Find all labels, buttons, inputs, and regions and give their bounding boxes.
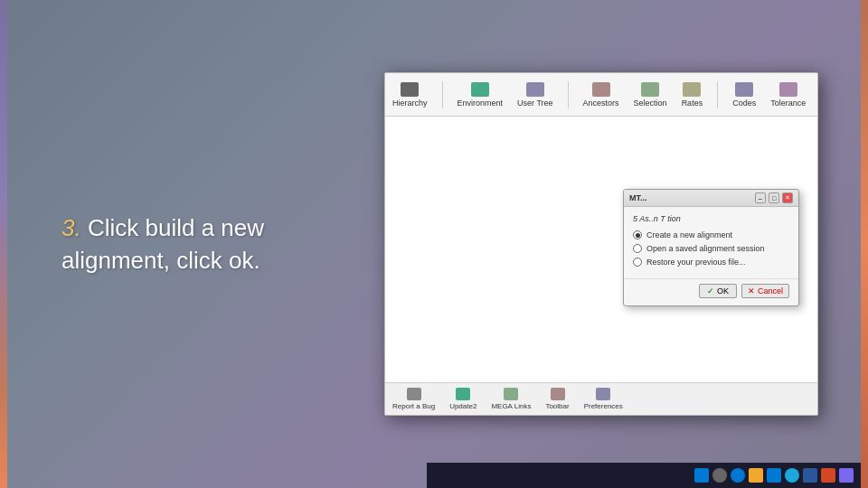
report-bug-label: Report a Bug — [392, 402, 435, 410]
ancestors-icon — [592, 82, 610, 97]
toolbar-ancestors[interactable]: Ancestors — [583, 82, 619, 108]
toolbar-rates[interactable]: Rates — [682, 82, 703, 108]
option-restore-label: Restore your previous file... — [646, 258, 746, 267]
toolbar-tolerance-label: Tolerance — [770, 99, 806, 108]
app-body: MT... – □ ✕ 5 As..n T tion Create a new … — [385, 117, 817, 382]
user-tree-icon — [526, 82, 544, 97]
toolbar-environment[interactable]: Environment — [458, 82, 504, 108]
update-label: Update2 — [449, 402, 476, 410]
mega-links-label: MEGA Links — [491, 402, 531, 410]
text-area: 3. Click build a new alignment, click ok… — [61, 211, 333, 277]
radio-restore[interactable] — [633, 258, 642, 267]
dialog-cancel-button[interactable]: ✕ Cancel — [741, 284, 789, 298]
status-mega-links[interactable]: MEGA Links — [491, 388, 531, 410]
cancel-label: Cancel — [758, 286, 783, 296]
toolbar-codes-label: Codes — [732, 99, 756, 108]
toolbar-user-tree-label: User Tree — [517, 99, 553, 108]
dialog-subtitle: 5 As..n T tion — [633, 214, 789, 223]
dialog-body: 5 As..n T tion Create a new alignment Op… — [624, 207, 798, 278]
status-report-bug[interactable]: Report a Bug — [392, 388, 435, 410]
radio-create-new[interactable] — [633, 230, 642, 239]
tolerance-icon — [779, 82, 797, 97]
dialog-option-1[interactable]: Create a new alignment — [633, 230, 789, 239]
toolbar-label: Toolbar — [545, 402, 569, 410]
toolbar-selection[interactable]: Selection — [634, 82, 667, 108]
dialog-close-button[interactable]: ✕ — [782, 192, 793, 203]
toolbar-ancestors-label: Ancestors — [583, 99, 619, 108]
right-accent — [861, 0, 868, 488]
toolbar-hierarchy[interactable]: Hierarchy — [392, 82, 428, 108]
step-body: Click build a new alignment, click ok. — [61, 214, 264, 274]
option-open-label: Open a saved alignment session — [646, 244, 765, 253]
toolbar-sep-1 — [442, 81, 443, 108]
ok-checkmark-icon: ✓ — [707, 286, 714, 296]
hierarchy-icon — [401, 82, 419, 97]
dialog-footer: ✓ OK ✕ Cancel — [624, 278, 798, 305]
mega-links-icon — [504, 388, 518, 400]
update-icon — [456, 388, 470, 400]
toolbar-sep-3 — [717, 81, 718, 108]
dialog-maximize-button[interactable]: □ — [769, 192, 779, 203]
toolbar-sep-2 — [568, 81, 569, 108]
toolbar-tolerance[interactable]: Tolerance — [770, 82, 806, 108]
toolbar-environment-label: Environment — [458, 99, 504, 108]
environment-icon — [471, 82, 489, 97]
cancel-x-icon: ✕ — [748, 286, 755, 296]
radio-open-saved[interactable] — [633, 244, 642, 253]
screenshot-container: Hierarchy Environment User Tree Ancestor… — [369, 72, 834, 416]
toolbar-user-tree[interactable]: User Tree — [517, 82, 553, 108]
selection-icon — [641, 82, 659, 97]
step-instruction: 3. Click build a new alignment, click ok… — [61, 211, 333, 277]
toolbar-codes[interactable]: Codes — [732, 82, 756, 108]
status-update[interactable]: Update2 — [449, 388, 476, 410]
status-toolbar[interactable]: Toolbar — [545, 388, 569, 410]
toolbar-hierarchy-label: Hierarchy — [392, 99, 428, 108]
dialog-option-2[interactable]: Open a saved alignment session — [633, 244, 789, 253]
toolbar-icon-status — [551, 388, 565, 400]
rates-icon — [683, 82, 701, 97]
dialog-option-3[interactable]: Restore your previous file... — [633, 258, 789, 267]
app-statusbar: Report a Bug Update2 MEGA Links Toolbar … — [385, 382, 817, 415]
dialog-ok-button[interactable]: ✓ OK — [699, 284, 737, 298]
app-toolbar: Hierarchy Environment User Tree Ancestor… — [385, 73, 817, 117]
preferences-label: Preferences — [584, 402, 623, 410]
main-content: 3. Click build a new alignment, click ok… — [7, 0, 861, 488]
option-create-label: Create a new alignment — [646, 230, 732, 239]
preferences-icon — [596, 388, 610, 400]
status-preferences[interactable]: Preferences — [584, 388, 623, 410]
dialog-title: MT... — [629, 193, 647, 202]
toolbar-selection-label: Selection — [634, 99, 667, 108]
app-window: Hierarchy Environment User Tree Ancestor… — [384, 72, 818, 416]
codes-icon — [735, 82, 753, 97]
left-accent — [0, 0, 7, 488]
dialog-titlebar: MT... – □ ✕ — [624, 190, 798, 207]
ok-label: OK — [717, 286, 729, 296]
dialog-box: MT... – □ ✕ 5 As..n T tion Create a new … — [623, 189, 799, 306]
toolbar-rates-label: Rates — [682, 99, 703, 108]
dialog-controls: – □ ✕ — [755, 192, 793, 203]
step-number: 3. — [61, 214, 81, 241]
dialog-minimize-button[interactable]: – — [755, 192, 766, 203]
report-bug-icon — [407, 388, 421, 400]
